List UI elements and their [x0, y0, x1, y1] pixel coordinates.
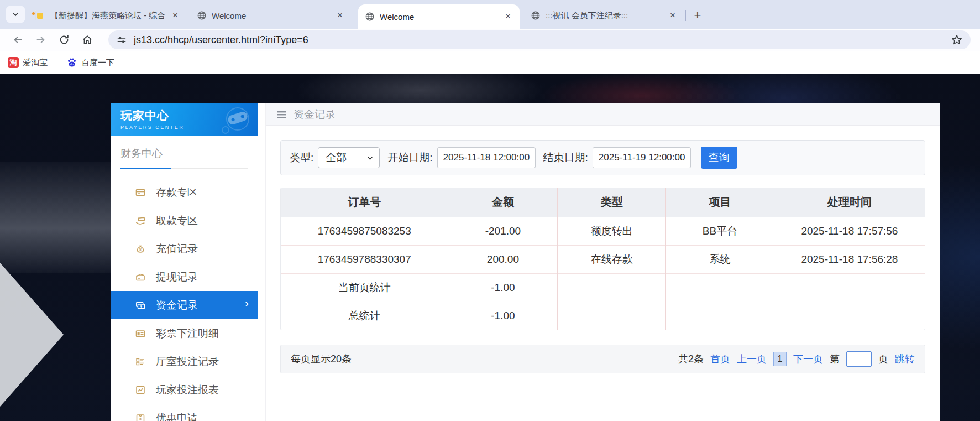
withdraw-hand-icon — [135, 215, 146, 226]
tab-welcome-active[interactable]: Welcome × — [358, 4, 520, 29]
sidebar-item-lottery-bet-details[interactable]: 彩票下注明细 — [111, 319, 258, 347]
bookmark-label: 爱淘宝 — [23, 58, 48, 68]
sidebar-header: 玩家中心 PLAYERS CENTER — [111, 103, 258, 136]
bookmark-star-icon[interactable] — [951, 34, 963, 46]
sidebar-item-deposit-zone[interactable]: 存款专区 — [111, 178, 258, 206]
close-icon[interactable]: × — [334, 9, 346, 22]
content-area: 类型: 全部 开始日期: 结束日期: 查询 — [266, 126, 940, 373]
cell-empty — [558, 302, 666, 330]
sidebar-item-hall-bet-records[interactable]: 厅室投注记录 — [111, 347, 258, 376]
type-select-value: 全部 — [326, 150, 347, 165]
main-content: 资金记录 类型: 全部 开始日期: 结束日期: 查询 — [265, 103, 940, 421]
finance-center-label: 财务中心 — [120, 147, 248, 161]
sidebar-item-withdraw-zone[interactable]: 取款专区 — [111, 206, 258, 235]
page-word-after: 页 — [878, 352, 888, 366]
total-count-text: 共2条 — [678, 352, 704, 366]
browser-toolbar: js13.cc/hhcp/usercenter.html?iniType=6 — [0, 29, 980, 51]
sidebar-item-label: 取款专区 — [156, 214, 198, 228]
cell-type: 额度转出 — [558, 217, 666, 245]
hamburger-menu-icon[interactable] — [276, 109, 287, 120]
jump-link[interactable]: 跳转 — [895, 352, 915, 366]
sidebar-section: 财务中心 — [111, 136, 258, 169]
tab-divider — [187, 10, 187, 21]
tab-title: :::视讯 会员下注纪录::: — [546, 11, 662, 21]
sidebar-item-label: 资金记录 — [156, 298, 198, 313]
close-icon[interactable]: × — [502, 11, 514, 23]
tab-welcome-1[interactable]: Welcome × — [190, 4, 352, 27]
cell-order-no: 1763459788330307 — [281, 245, 448, 273]
col-type: 类型 — [558, 188, 666, 217]
deposit-card-icon — [135, 187, 146, 198]
hall-checklist-icon — [135, 356, 146, 367]
background-triangle — [0, 263, 64, 407]
query-button[interactable]: 查询 — [701, 147, 737, 169]
sidebar-item-label: 厅室投注记录 — [156, 355, 219, 369]
close-icon[interactable]: × — [667, 9, 679, 22]
chevron-down-icon — [12, 11, 19, 18]
cell-empty — [774, 302, 925, 330]
svg-text:¥: ¥ — [139, 417, 142, 421]
reload-button[interactable] — [55, 31, 73, 49]
close-icon[interactable]: × — [169, 9, 181, 22]
tab-title: Welcome — [380, 12, 497, 22]
cell-empty — [666, 302, 774, 330]
section-underline — [120, 168, 248, 169]
chevron-right-icon: › — [245, 297, 249, 311]
sidebar-menu: 存款专区 取款专区 ¥ 充值记录 提现记录 ¥ 资金记录 › — [111, 178, 258, 421]
sidebar-item-label: 提现记录 — [156, 270, 198, 284]
table-row: 1763459875083253 -201.00 额度转出 BB平台 2025-… — [281, 217, 925, 245]
current-page-badge[interactable]: 1 — [773, 352, 787, 366]
home-button[interactable] — [78, 31, 96, 49]
end-date-input[interactable] — [593, 147, 691, 168]
forward-button[interactable] — [32, 31, 50, 49]
sidebar-item-promo-apply[interactable]: ¥ 优惠申请 — [111, 404, 258, 421]
report-chart-icon — [135, 384, 146, 396]
sidebar-item-label: 玩家投注报表 — [156, 383, 219, 397]
next-page-link[interactable]: 下一页 — [793, 352, 823, 366]
new-tab-button[interactable]: + — [690, 8, 705, 23]
sidebar-item-player-bet-report[interactable]: 玩家投注报表 — [111, 376, 258, 404]
cell-amount: 200.00 — [448, 245, 558, 273]
prev-page-link[interactable]: 上一页 — [737, 352, 767, 366]
cell-empty — [774, 273, 925, 302]
bookmark-baidu[interactable]: du 百度一下 — [66, 55, 114, 70]
sidebar-item-label: 存款专区 — [156, 185, 198, 200]
back-arrow-icon — [12, 34, 24, 46]
sidebar-item-recharge-records[interactable]: ¥ 充值记录 — [111, 235, 258, 263]
address-bar[interactable]: js13.cc/hhcp/usercenter.html?iniType=6 — [108, 30, 971, 49]
browser-tabstrip: 【新提醒】海燕策略论坛 - 综合 × Welcome × Welcome × :… — [0, 0, 980, 29]
lottery-list-icon — [135, 328, 146, 339]
per-page-text: 每页显示20条 — [291, 352, 352, 366]
sidebar-item-label: 充值记录 — [156, 242, 198, 256]
sidebar-item-withdraw-records[interactable]: 提现记录 — [111, 263, 258, 291]
type-label: 类型: — [290, 150, 313, 165]
cash-notes-icon: ¥ — [135, 300, 146, 311]
reload-icon — [58, 34, 70, 46]
sidebar-item-label: 优惠申请 — [156, 411, 198, 421]
table-row-grand-total: 总统计 -1.00 — [281, 302, 925, 330]
tab-video-records[interactable]: :::视讯 会员下注纪录::: × — [524, 4, 684, 27]
tab-search-chevron-button[interactable] — [6, 6, 25, 23]
svg-text:du: du — [70, 63, 74, 66]
cell-time: 2025-11-18 17:57:56 — [774, 217, 925, 245]
page-background: 玩家中心 PLAYERS CENTER 财务中心 存款专区 — [0, 74, 980, 421]
type-select[interactable]: 全部 — [318, 147, 380, 168]
jump-page-input[interactable] — [846, 351, 872, 367]
back-button[interactable] — [9, 31, 27, 49]
promo-coupon-icon: ¥ — [135, 413, 146, 421]
url-text[interactable]: js13.cc/hhcp/usercenter.html?iniType=6 — [134, 34, 951, 46]
sidebar-item-fund-records[interactable]: ¥ 资金记录 › — [111, 291, 258, 319]
forward-arrow-icon — [35, 34, 47, 46]
forum-image-icon — [35, 11, 45, 20]
fund-records-table-wrap: 订单号 金额 类型 项目 处理时间 1763459875083253 -201.… — [280, 188, 925, 330]
site-settings-tune-icon — [116, 34, 127, 45]
start-date-label: 开始日期: — [387, 150, 432, 165]
col-order-no: 订单号 — [281, 188, 448, 217]
first-page-link[interactable]: 首页 — [710, 352, 730, 366]
globe-icon — [531, 11, 541, 20]
svg-text:¥: ¥ — [139, 247, 142, 251]
bookmark-taobao[interactable]: 淘 爱淘宝 — [8, 55, 48, 70]
tab-forum[interactable]: 【新提醒】海燕策略论坛 - 综合 × — [29, 4, 187, 27]
start-date-input[interactable] — [437, 147, 536, 168]
table-row-page-total: 当前页统计 -1.00 — [281, 273, 925, 302]
